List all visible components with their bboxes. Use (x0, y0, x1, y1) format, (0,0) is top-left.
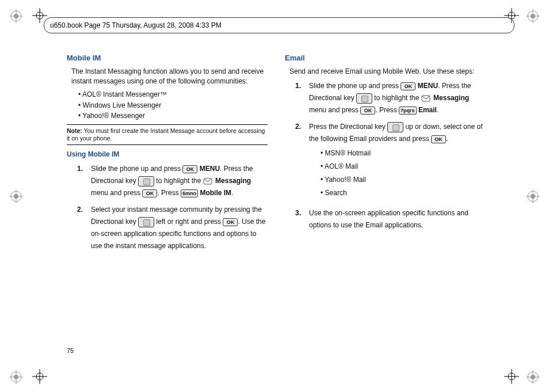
list-item: Search (321, 187, 486, 199)
messaging-icon (203, 177, 214, 185)
step-body: Slide the phone up and press OK MENU. Pr… (309, 80, 486, 116)
step-item: 3. Use the on-screen application specifi… (295, 207, 486, 231)
step-item: 2. Select your instant message community… (77, 204, 268, 252)
step-item: 2. Press the Directional key up or down,… (295, 121, 486, 203)
left-column: Mobile IM The Instant Messaging function… (67, 53, 268, 257)
page-header-bar: u650.book Page 75 Thursday, August 28, 2… (44, 17, 514, 33)
crop-mark-icon (504, 369, 519, 384)
step-body: Press the Directional key up or down, se… (309, 121, 486, 203)
svg-point-11 (14, 194, 18, 199)
list-item: Windows Live Messenger (78, 101, 268, 111)
page-number: 75 (67, 347, 74, 354)
note-block: Note: You must first create the Instant … (67, 124, 268, 145)
step-body: Select your instant message community by… (91, 204, 268, 252)
steps-list: 1. Slide the phone up and press OK MENU.… (295, 80, 486, 231)
ok-key-icon: OK (360, 106, 375, 115)
note-label: Note: (67, 127, 82, 134)
ok-key-icon: OK (182, 165, 197, 173)
ok-key-icon: OK (142, 189, 157, 197)
svg-point-23 (531, 375, 535, 379)
right-column: Email Send and receive Email using Mobil… (285, 53, 486, 257)
steps-list: 1. Slide the phone up and press OK MENU.… (77, 163, 268, 252)
directional-key-icon (138, 176, 154, 187)
heading-email: Email (285, 53, 486, 63)
list-item: MSN® Hotmail (321, 147, 486, 159)
step-body: Use the on-screen application specific f… (309, 207, 486, 231)
step-item: 1. Slide the phone up and press OK MENU.… (295, 80, 486, 116)
crop-mark-icon (32, 369, 47, 384)
step-number: 3. (295, 207, 303, 231)
seven-key-icon: 7pqrs (399, 106, 417, 115)
register-mark-icon (9, 370, 23, 384)
step-item: 1. Slide the phone up and press OK MENU.… (77, 163, 268, 199)
list-item: AOL® Mail (321, 161, 486, 173)
svg-point-7 (531, 14, 535, 18)
step-number: 2. (295, 121, 303, 203)
note-text: You must first create the Instant Messag… (67, 127, 265, 142)
email-providers-list: MSN® Hotmail AOL® Mail Yahoo!® Mail Sear… (321, 147, 486, 199)
register-mark-icon (9, 189, 23, 203)
list-item: AOL® Instant Messenger™ (78, 90, 268, 100)
messaging-icon (421, 94, 432, 102)
step-body: Slide the phone up and press OK MENU. Pr… (91, 163, 268, 199)
ok-key-icon: OK (431, 135, 446, 143)
register-mark-icon (526, 370, 540, 384)
register-mark-icon (526, 9, 540, 23)
list-item: Yahoo!® Messenger (78, 111, 268, 121)
register-mark-icon (526, 189, 540, 203)
list-item: Yahoo!® Mail (321, 174, 486, 186)
register-mark-icon (9, 9, 23, 23)
directional-key-icon (138, 217, 154, 227)
svg-point-15 (531, 194, 535, 199)
intro-text: Send and receive Email using Mobile Web.… (289, 67, 486, 77)
intro-text: The Instant Messaging function allows yo… (71, 67, 268, 86)
step-number: 1. (295, 80, 303, 116)
heading-mobile-im: Mobile IM (67, 53, 268, 63)
step-number: 2. (77, 204, 85, 252)
step-number: 1. (77, 163, 85, 199)
svg-point-3 (14, 14, 18, 18)
ok-key-icon: OK (401, 82, 415, 90)
directional-key-icon (356, 93, 372, 104)
heading-using-mobile-im: Using Mobile IM (67, 150, 268, 159)
six-key-icon: 6mno (181, 189, 198, 197)
page-header-text: u650.book Page 75 Thursday, August 28, 2… (50, 21, 222, 29)
directional-key-icon (387, 122, 403, 132)
im-providers-list: AOL® Instant Messenger™ Windows Live Mes… (78, 90, 268, 121)
ok-key-icon: OK (223, 218, 238, 226)
svg-point-19 (14, 375, 18, 379)
page-content: Mobile IM The Instant Messaging function… (67, 53, 486, 257)
